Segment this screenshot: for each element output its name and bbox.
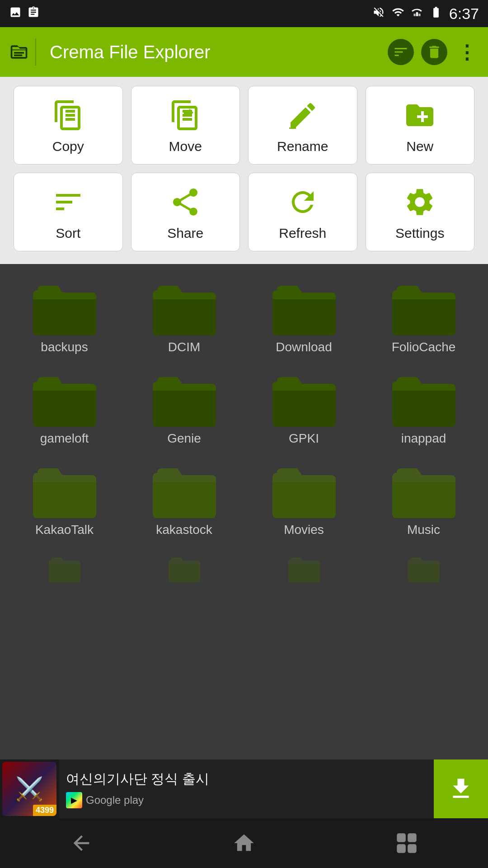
clipboard-icon — [27, 6, 40, 22]
home-button[interactable] — [217, 825, 271, 861]
svg-rect-3 — [14, 52, 24, 54]
share-label: Share — [167, 226, 203, 241]
ad-download-button[interactable] — [434, 760, 488, 818]
ad-badge: 4399 — [33, 805, 56, 816]
svg-rect-5 — [398, 835, 405, 841]
signal-icon — [411, 5, 423, 22]
folder-inappad[interactable]: inappad — [364, 364, 483, 456]
image-icon — [9, 6, 22, 22]
folder-music[interactable]: Music — [364, 456, 483, 547]
folder-partial-4[interactable] — [364, 547, 483, 592]
action-grid: Copy Move Rename New Sort — [0, 77, 488, 264]
folder-inappad-label: inappad — [401, 431, 446, 446]
folder-foliocache[interactable]: FolioCache — [364, 273, 483, 364]
more-options-button[interactable]: ⋮ — [455, 41, 479, 63]
folder-dcim-label: DCIM — [168, 340, 201, 354]
move-button[interactable]: Move — [131, 86, 240, 165]
folder-gameloft[interactable]: gameloft — [5, 364, 124, 456]
app-bar-actions: ⋮ — [388, 39, 479, 65]
app-bar: Crema File Explorer ⋮ — [0, 27, 488, 77]
status-right-icons: 6:37 — [372, 5, 479, 23]
new-button[interactable]: New — [366, 86, 475, 165]
folder-backups-label: backups — [41, 340, 88, 354]
recents-button[interactable] — [380, 825, 434, 861]
refresh-button[interactable]: Refresh — [248, 173, 357, 251]
folder-kakastock[interactable]: kakastock — [124, 456, 244, 547]
folder-backups[interactable]: backups — [5, 273, 124, 364]
nav-bar — [0, 818, 488, 868]
menu-button[interactable] — [9, 38, 36, 66]
folder-genie[interactable]: Genie — [124, 364, 244, 456]
svg-rect-4 — [14, 55, 22, 57]
time-display: 6:37 — [449, 5, 479, 23]
copy-label: Copy — [52, 139, 84, 154]
folder-foliocache-label: FolioCache — [392, 340, 456, 354]
sort-label: Sort — [56, 226, 80, 241]
folder-kakaotalk[interactable]: KakaoTalk — [5, 456, 124, 547]
settings-button[interactable]: Settings — [366, 173, 475, 251]
delete-button[interactable] — [421, 39, 447, 65]
ad-game-image: ⚔️ 4399 — [2, 762, 56, 816]
google-play-icon: ▶ — [66, 792, 82, 808]
svg-rect-2 — [418, 14, 420, 16]
svg-rect-1 — [413, 14, 415, 16]
battery-icon — [429, 5, 443, 22]
ad-banner[interactable]: ⚔️ 4399 여신의기사단 정식 출시 ▶ Google play — [0, 760, 488, 818]
folder-kakaotalk-label: KakaoTalk — [35, 523, 94, 537]
rename-button[interactable]: Rename — [248, 86, 357, 165]
ad-game-icon: ⚔️ 4399 — [0, 760, 59, 818]
filter-button[interactable] — [388, 39, 414, 65]
back-button[interactable] — [54, 825, 108, 861]
folder-gpki[interactable]: GPKI — [244, 364, 364, 456]
google-play-label: Google play — [86, 794, 144, 807]
sort-button[interactable]: Sort — [14, 173, 123, 251]
folder-gpki-label: GPKI — [289, 431, 319, 446]
file-grid: backups DCIM Download FolioCache — [0, 264, 488, 597]
folder-partial-3[interactable] — [244, 547, 364, 592]
svg-rect-0 — [416, 12, 418, 16]
ad-title: 여신의기사단 정식 출시 — [66, 770, 427, 788]
refresh-label: Refresh — [279, 226, 326, 241]
svg-rect-8 — [408, 845, 415, 852]
wifi-icon — [391, 5, 405, 22]
svg-rect-7 — [398, 845, 405, 852]
copy-button[interactable]: Copy — [14, 86, 123, 165]
ad-subtitle: ▶ Google play — [66, 792, 427, 808]
folder-music-label: Music — [407, 523, 440, 537]
folder-movies-label: Movies — [284, 523, 324, 537]
folder-kakastock-label: kakastock — [156, 523, 212, 537]
move-label: Move — [169, 139, 202, 154]
folder-genie-label: Genie — [167, 431, 201, 446]
folder-gameloft-label: gameloft — [40, 431, 89, 446]
app-title: Crema File Explorer — [43, 42, 380, 62]
share-button[interactable]: Share — [131, 173, 240, 251]
ad-text-area: 여신의기사단 정식 출시 ▶ Google play — [59, 770, 434, 808]
folder-dcim[interactable]: DCIM — [124, 273, 244, 364]
folder-download[interactable]: Download — [244, 273, 364, 364]
status-left-icons — [9, 6, 40, 22]
svg-rect-6 — [408, 835, 415, 841]
mute-icon — [372, 5, 385, 22]
folder-partial-1[interactable] — [5, 547, 124, 592]
folder-movies[interactable]: Movies — [244, 456, 364, 547]
settings-label: Settings — [395, 226, 444, 241]
new-label: New — [406, 139, 433, 154]
status-bar: 6:37 — [0, 0, 488, 27]
rename-label: Rename — [277, 139, 328, 154]
folder-partial-2[interactable] — [124, 547, 244, 592]
folder-download-label: Download — [276, 340, 332, 354]
